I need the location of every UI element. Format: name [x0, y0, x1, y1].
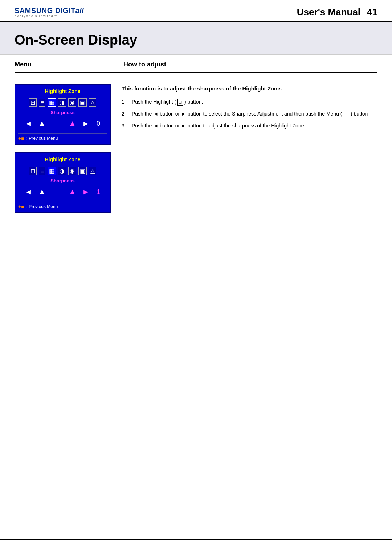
osd-prev-label-1: : Previous Menu — [26, 136, 58, 141]
osd-panel-2-controls: ◄ ▲ ▲ ► 1 — [18, 187, 107, 197]
brand-name: SAMSUNG DIGITall — [15, 7, 84, 15]
osd-delta-right-1: ▲ — [68, 119, 76, 128]
instruction-heading: This function is to adjust the sharpness… — [122, 85, 377, 92]
osd-icon-circle-2: ◑ — [58, 167, 66, 175]
osd-icon-shade-2: ▦ — [48, 167, 56, 175]
osd-panel-1-label: Sharpness — [18, 110, 107, 115]
osd-right-arrow-2: ► — [82, 188, 89, 196]
osd-delta-left-2: ▲ — [38, 187, 46, 197]
osd-panel-2-title: Highlight Zone — [18, 156, 107, 163]
samsung-logo: SAMSUNG DIGITall everyone's invited™ — [15, 7, 84, 18]
page-header: SAMSUNG DIGITall everyone's invited™ Use… — [0, 0, 392, 22]
osd-icon-shade: ▦ — [48, 98, 56, 107]
osd-right-arrow-1: ► — [82, 119, 89, 128]
osd-panel-2-icons: ⊞ ≡ ▦ ◑ ◉ ▣ △ — [18, 165, 107, 177]
page-number: 41 — [367, 7, 377, 18]
osd-icon-triangle-2: △ — [89, 167, 96, 175]
osd-icon-list: ≡ — [39, 99, 45, 107]
osd-icon-grid: ⊞ — [29, 98, 37, 107]
osd-icon-box-2: ▣ — [78, 167, 87, 175]
osd-delta-left-1: ▲ — [38, 119, 46, 128]
osd-panel-2-label: Sharpness — [18, 178, 107, 183]
instructions: This function is to adjust the sharpness… — [122, 84, 377, 134]
osd-panel-1-controls: ◄ ▲ ▲ ► 0 — [18, 119, 107, 128]
step-num-1: 1 — [122, 98, 127, 106]
osd-icon-triangle: △ — [89, 98, 96, 107]
osd-icon-circle: ◑ — [58, 98, 66, 107]
osd-value-2: 1 — [97, 188, 100, 196]
osd-nav-icon-2: +■ — [18, 204, 24, 210]
osd-panel-1-prev-menu: +■ : Previous Menu — [18, 133, 107, 141]
osd-prev-label-2: : Previous Menu — [26, 204, 58, 209]
brand-tagline: everyone's invited™ — [15, 14, 84, 18]
table-header: Menu How to adjust — [15, 55, 377, 73]
osd-icon-box: ▣ — [78, 98, 87, 107]
manual-title: User's Manual — [297, 7, 360, 18]
osd-icon-eye: ◉ — [68, 98, 76, 107]
osd-panel-1: Highlight Zone ⊞ ≡ ▦ ◑ ◉ ▣ △ Sharpness ◄… — [15, 84, 111, 145]
instruction-step-1: 1 Push the Highlight ( ⊟ ) button. — [122, 98, 377, 106]
step-text-3: Push the ◄ button or ► button to adjust … — [132, 122, 377, 130]
osd-nav-icon-1: +■ — [18, 135, 24, 141]
page-title-section: On-Screen Display — [0, 22, 392, 55]
highlight-icon: ⊟ — [177, 99, 183, 106]
step-text-2: Push the ◄ button or ► button to select … — [132, 110, 377, 118]
osd-panels: Highlight Zone ⊞ ≡ ▦ ◑ ◉ ▣ △ Sharpness ◄… — [15, 84, 111, 213]
osd-left-arrow-1: ◄ — [25, 119, 32, 128]
bottom-border — [0, 539, 392, 540]
col-how-header: How to adjust — [123, 61, 377, 68]
instruction-list: 1 Push the Highlight ( ⊟ ) button. 2 Pus… — [122, 98, 377, 130]
osd-delta-right-2: ▲ — [68, 187, 76, 197]
step-num-3: 3 — [122, 122, 127, 130]
instruction-step-2: 2 Push the ◄ button or ► button to selec… — [122, 110, 377, 118]
osd-icon-grid-2: ⊞ — [29, 167, 37, 175]
instruction-step-3: 3 Push the ◄ button or ► button to adjus… — [122, 122, 377, 130]
osd-panel-2-prev-menu: +■ : Previous Menu — [18, 202, 107, 210]
osd-panel-1-icons: ⊞ ≡ ▦ ◑ ◉ ▣ △ — [18, 97, 107, 108]
step-num-2: 2 — [122, 110, 127, 118]
col-menu-header: Menu — [15, 61, 123, 68]
osd-icon-eye-2: ◉ — [68, 167, 76, 175]
content-area: Menu How to adjust Highlight Zone ⊞ ≡ ▦ … — [0, 55, 392, 213]
header-right: User's Manual 41 — [297, 7, 377, 18]
osd-value-1: 0 — [97, 120, 100, 127]
page-title: On-Screen Display — [15, 32, 377, 48]
main-content-row: Highlight Zone ⊞ ≡ ▦ ◑ ◉ ▣ △ Sharpness ◄… — [15, 84, 377, 213]
osd-left-arrow-2: ◄ — [25, 188, 32, 196]
step-text-1: Push the Highlight ( ⊟ ) button. — [132, 98, 377, 106]
osd-icon-list-2: ≡ — [39, 167, 45, 175]
osd-panel-1-title: Highlight Zone — [18, 88, 107, 95]
osd-panel-2: Highlight Zone ⊞ ≡ ▦ ◑ ◉ ▣ △ Sharpness ◄… — [15, 152, 111, 213]
